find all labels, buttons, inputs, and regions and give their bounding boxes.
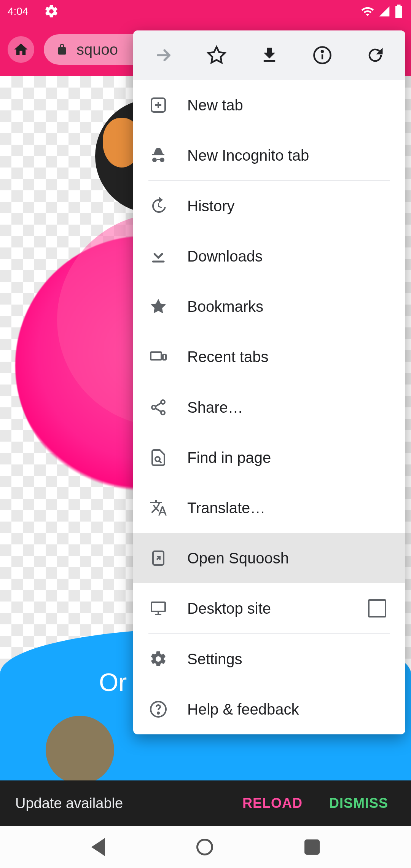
arrow-forward-icon xyxy=(154,45,174,65)
cell-signal-icon xyxy=(378,5,390,18)
menu-item-label: Share… xyxy=(187,399,390,416)
menu-item-recent-tabs[interactable]: Recent tabs xyxy=(133,332,405,382)
menu-item-label: History xyxy=(187,198,390,215)
download-icon xyxy=(260,45,279,65)
menu-item-label: Translate… xyxy=(187,499,390,517)
menu-item-history[interactable]: History xyxy=(133,181,405,231)
recent-tabs-icon xyxy=(148,347,168,367)
menu-item-find-in-page[interactable]: Find in page xyxy=(133,432,405,483)
menu-item-translate[interactable]: Translate… xyxy=(133,483,405,533)
wifi-icon xyxy=(361,5,374,18)
menu-item-settings[interactable]: Settings xyxy=(133,634,405,684)
svg-point-9 xyxy=(155,457,160,461)
system-nav-bar xyxy=(0,826,411,868)
menu-item-label: Help & feedback xyxy=(187,701,390,718)
nav-recents-button[interactable] xyxy=(304,839,320,855)
menu-item-open-app[interactable]: Open Squoosh xyxy=(133,533,405,583)
menu-item-new-tab[interactable]: New tab xyxy=(133,80,405,130)
star-outline-icon xyxy=(207,45,226,65)
menu-item-label: New Incognito tab xyxy=(187,147,390,164)
bookmarks-icon xyxy=(148,297,168,316)
info-button[interactable] xyxy=(304,37,341,74)
home-button[interactable] xyxy=(8,36,34,63)
open-app-icon xyxy=(148,548,168,568)
svg-point-13 xyxy=(158,712,159,714)
home-icon xyxy=(13,41,29,57)
menu-item-label: Recent tabs xyxy=(187,348,390,365)
download-button[interactable] xyxy=(251,37,288,74)
settings-icon xyxy=(148,649,168,669)
history-icon xyxy=(148,196,168,216)
desktop-icon xyxy=(148,598,168,618)
menu-item-downloads[interactable]: Downloads xyxy=(133,231,405,281)
menu-item-label: Desktop site xyxy=(187,600,349,617)
downloads-icon xyxy=(148,246,168,266)
nav-back-button[interactable] xyxy=(91,838,105,856)
bookmark-button[interactable] xyxy=(198,37,235,74)
snackbar-message: Update available xyxy=(15,795,223,812)
menu-item-label: Downloads xyxy=(187,248,390,265)
svg-rect-5 xyxy=(163,354,166,360)
forward-button[interactable] xyxy=(145,37,182,74)
menu-item-share[interactable]: Share… xyxy=(133,382,405,432)
desktop-site-checkbox[interactable] xyxy=(368,599,386,617)
menu-item-label: New tab xyxy=(187,97,390,114)
menu-item-desktop-site[interactable]: Desktop site xyxy=(133,583,405,633)
url-text: squoo xyxy=(76,41,118,58)
reload-button[interactable] xyxy=(357,37,394,74)
help-icon xyxy=(148,699,168,719)
snackbar-reload-button[interactable]: RELOAD xyxy=(235,788,310,819)
svg-rect-4 xyxy=(151,352,161,360)
nav-home-button[interactable] xyxy=(196,839,213,855)
menu-item-new-incognito[interactable]: New Incognito tab xyxy=(133,130,405,180)
incognito-icon xyxy=(148,145,168,165)
share-icon xyxy=(148,397,168,417)
menu-item-label: Settings xyxy=(187,651,390,668)
svg-rect-11 xyxy=(151,602,165,611)
info-icon xyxy=(312,45,332,65)
menu-item-bookmarks[interactable]: Bookmarks xyxy=(133,281,405,332)
snackbar-dismiss-button[interactable]: DISMISS xyxy=(322,788,396,819)
find-in-page-icon xyxy=(148,448,168,468)
settings-notification-icon xyxy=(44,4,59,19)
translate-icon xyxy=(148,498,168,518)
status-bar: 4:04 xyxy=(0,0,411,23)
battery-icon xyxy=(394,5,403,18)
overflow-menu: New tab New Incognito tab History Downlo… xyxy=(133,30,405,734)
menu-item-help[interactable]: Help & feedback xyxy=(133,684,405,734)
menu-item-label: Bookmarks xyxy=(187,298,390,315)
status-right-icons xyxy=(361,5,403,18)
snackbar: Update available RELOAD DISMISS xyxy=(0,780,411,826)
svg-point-2 xyxy=(321,51,323,52)
menu-item-label: Find in page xyxy=(187,449,390,466)
refresh-icon xyxy=(365,45,385,65)
sample-thumbnail xyxy=(46,716,114,784)
status-time: 4:04 xyxy=(8,5,29,18)
menu-item-label: Open Squoosh xyxy=(187,550,390,567)
svg-point-8 xyxy=(161,411,165,415)
menu-top-action-row xyxy=(133,30,405,80)
new-tab-icon xyxy=(148,95,168,115)
lock-icon xyxy=(55,43,69,56)
svg-point-6 xyxy=(161,400,165,404)
svg-point-7 xyxy=(152,405,156,409)
